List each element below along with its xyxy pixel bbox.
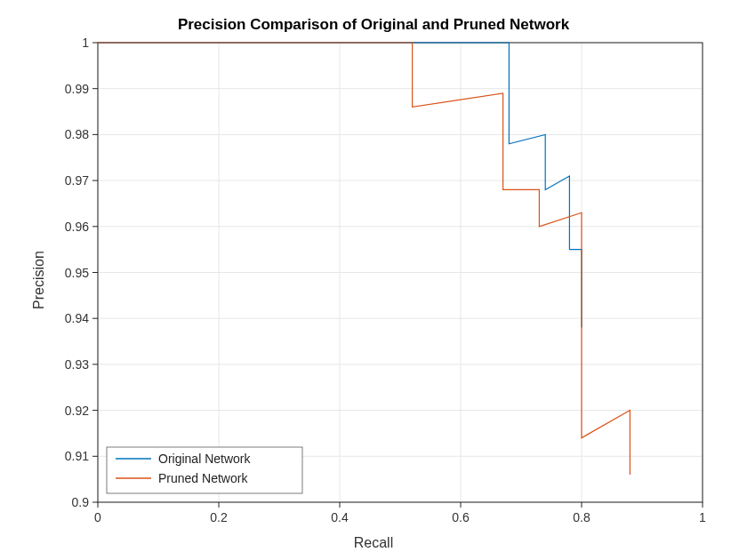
x-tick-label: 1 <box>699 510 706 524</box>
y-tick-label: 0.93 <box>65 357 89 372</box>
x-tick-label: 0.2 <box>210 510 228 524</box>
series-line-1 <box>98 43 630 475</box>
legend-label: Pruned Network <box>158 471 248 485</box>
y-tick-label: 0.91 <box>65 449 89 463</box>
y-tick-label: 0.92 <box>65 404 89 418</box>
y-tick-label: 0.98 <box>65 127 89 141</box>
x-tick-label: 0.8 <box>573 510 590 524</box>
y-tick-label: 0.97 <box>65 173 89 188</box>
y-tick-label: 0.9 <box>72 495 90 509</box>
y-tick-label: 0.94 <box>65 311 89 325</box>
y-tick-label: 0.99 <box>65 82 89 96</box>
y-tick-label: 1 <box>82 36 89 50</box>
y-tick-label: 0.95 <box>65 266 89 280</box>
chart-plot: 00.20.40.60.810.90.910.920.930.940.950.9… <box>0 0 747 560</box>
y-tick-label: 0.96 <box>65 220 89 234</box>
chart-figure: Precision Comparison of Original and Pru… <box>0 0 747 560</box>
x-tick-label: 0 <box>94 510 101 524</box>
x-tick-label: 0.4 <box>331 510 349 524</box>
x-tick-label: 0.6 <box>452 510 470 524</box>
legend-label: Original Network <box>158 452 251 466</box>
